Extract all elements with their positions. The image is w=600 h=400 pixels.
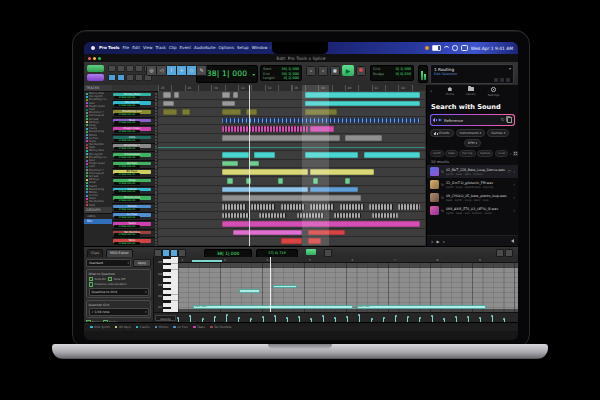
note-on-checkbox[interactable] xyxy=(89,277,94,282)
audio-clip[interactable] xyxy=(259,213,286,219)
midi-note-grid[interactable]: 23456789 Bb1 (18)Bb1 (18) xyxy=(178,257,518,313)
solo-button[interactable] xyxy=(155,199,157,201)
audio-clip[interactable] xyxy=(281,204,305,210)
control-center-icon[interactable] xyxy=(461,45,468,50)
loop-icon[interactable]: ↻ xyxy=(441,196,444,200)
record-enable-button[interactable] xyxy=(155,239,157,241)
audio-clip[interactable] xyxy=(398,204,419,210)
tags-more-icon[interactable]: › xyxy=(510,151,512,156)
track-header[interactable]: Tan Rumble07999 000 00 xyxy=(112,230,158,239)
audio-clip[interactable] xyxy=(334,213,361,219)
sample-result-row[interactable]: ↻21_Gm7-D_glistenin_FM.wavsynth · keys ·… xyxy=(427,178,518,191)
bottom-track-toggle[interactable]: 80 Keys xyxy=(115,325,131,329)
track-lane[interactable] xyxy=(158,177,425,186)
loop-icon[interactable]: ↻ xyxy=(441,209,444,213)
track-header[interactable]: 80 Keys07999 000 00 xyxy=(112,169,158,178)
track-lane[interactable] xyxy=(158,229,425,238)
record-enable-button[interactable] xyxy=(155,205,157,207)
audio-clip[interactable] xyxy=(345,178,350,184)
solo-button[interactable] xyxy=(155,147,157,149)
audio-clip[interactable] xyxy=(310,169,374,175)
audio-clip[interactable] xyxy=(222,169,307,175)
midi-trim-tool[interactable] xyxy=(178,249,186,257)
piano-white-keys[interactable] xyxy=(163,257,178,313)
player-prev-icon[interactable]: « xyxy=(431,239,433,244)
audio-clip[interactable] xyxy=(158,147,425,149)
midi-selector-tool[interactable] xyxy=(162,249,170,257)
nav-home[interactable]: Home xyxy=(446,87,454,101)
track-header[interactable]: Taiko07999 000 00 xyxy=(112,238,158,246)
audio-clip[interactable] xyxy=(313,178,318,184)
track-header[interactable]: Monks07999 000 00 xyxy=(112,204,158,213)
nav-library[interactable]: Library xyxy=(466,87,476,101)
midi-grabber-tool[interactable] xyxy=(170,249,178,257)
solo-button[interactable] xyxy=(155,208,157,210)
apple-menu-icon[interactable] xyxy=(91,46,95,50)
track-header[interactable]: Money Bars07999 000 00 xyxy=(112,92,158,101)
track-lane[interactable] xyxy=(158,100,425,109)
zoom-preset-button[interactable] xyxy=(135,74,143,81)
record-enable-button[interactable] xyxy=(155,119,157,121)
record-enable-button[interactable] xyxy=(155,214,157,216)
track-lane[interactable] xyxy=(158,117,425,126)
menu-view[interactable]: View xyxy=(143,42,153,54)
counter-caret-icon[interactable]: ▾ xyxy=(253,67,255,83)
audio-clip[interactable] xyxy=(222,187,307,193)
record-enable-button[interactable] xyxy=(155,231,157,233)
refresh-icon[interactable]: ↻ xyxy=(501,115,505,125)
tag-chip[interactable]: bass xyxy=(445,150,457,157)
menu-file[interactable]: File xyxy=(123,42,130,54)
menu-pro-tools[interactable]: Pro Tools xyxy=(99,42,120,54)
track-header[interactable]: One Synth07999 000 00 xyxy=(112,101,158,110)
audio-clip[interactable] xyxy=(310,204,334,210)
tracks-list-header[interactable]: TRACKS xyxy=(84,85,112,92)
track-lane[interactable] xyxy=(158,143,425,152)
audio-clip[interactable] xyxy=(222,161,238,167)
midi-metronome-button[interactable] xyxy=(324,249,332,257)
menu-window[interactable]: Window xyxy=(252,42,268,54)
velocity-tick[interactable] xyxy=(359,315,360,322)
menu-clip[interactable]: Clip xyxy=(169,42,177,54)
sample-result-row[interactable]: ↻098_AXIS_E76_03_(4F%)_B.wavsynth · bass… xyxy=(427,204,518,217)
midi-note[interactable] xyxy=(239,289,259,292)
audio-clip[interactable] xyxy=(340,204,364,210)
record-enable-button[interactable] xyxy=(155,179,157,181)
play-button[interactable]: ▶ xyxy=(342,65,354,76)
audio-clip[interactable] xyxy=(174,92,179,98)
audio-clip[interactable] xyxy=(310,126,334,132)
record-enable-button[interactable] xyxy=(155,145,157,147)
bottom-track-toggle[interactable]: Clacks xyxy=(136,325,150,329)
menu-options[interactable]: Options xyxy=(219,42,234,54)
filter-chip-chords[interactable]: Chords xyxy=(430,129,454,137)
audio-clip[interactable] xyxy=(246,178,251,184)
search-with-sound-box[interactable]: ▶ Reference ↻ xyxy=(430,114,515,126)
audio-clip[interactable] xyxy=(222,213,249,219)
preserve-duration-checkbox[interactable] xyxy=(89,282,94,287)
menu-edit[interactable]: Edit xyxy=(132,42,140,54)
menu-setup[interactable]: Setup xyxy=(237,42,249,54)
edit-mode-shuffle-button[interactable] xyxy=(87,65,104,72)
chevron-right-icon[interactable]: › xyxy=(513,169,515,174)
track-header[interactable]: Drummer ?07999 000 00 xyxy=(112,144,158,153)
collapse-panel-icon[interactable]: ‹ xyxy=(430,87,432,95)
audio-clip[interactable] xyxy=(163,92,171,98)
quantize-to-select[interactable]: Quantize to Grid xyxy=(89,288,149,296)
track-lane[interactable] xyxy=(158,220,425,229)
audio-clip[interactable] xyxy=(251,204,275,210)
audio-clip[interactable] xyxy=(227,178,232,184)
audio-clip[interactable] xyxy=(222,109,241,115)
zoom-button[interactable] xyxy=(108,65,116,72)
track-lane[interactable] xyxy=(158,108,425,117)
audio-clip[interactable] xyxy=(246,109,257,115)
track-header[interactable]: Round prog07999 000 00 xyxy=(112,195,158,204)
piano-keys-column[interactable]: C5C4C3C2C1 xyxy=(154,257,178,313)
track-header[interactable]: Unreleased07999 000 00 xyxy=(112,152,158,161)
record-enable-button[interactable] xyxy=(155,136,157,138)
solo-button[interactable] xyxy=(155,130,157,132)
solo-button[interactable] xyxy=(155,182,157,184)
session-mini-button[interactable] xyxy=(506,78,510,82)
solo-button[interactable] xyxy=(155,156,157,158)
loop-icon[interactable]: ↻ xyxy=(441,183,444,187)
track-header[interactable]: Cats07999 000 00 xyxy=(112,135,158,144)
menu-track[interactable]: Track xyxy=(155,42,165,54)
